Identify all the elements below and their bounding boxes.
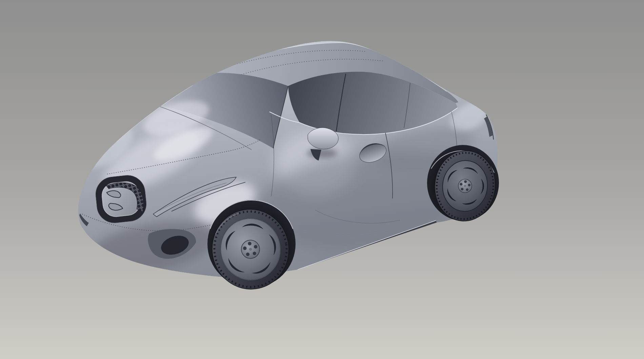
antenna-bump (146, 76, 158, 85)
viewport-background (0, 0, 644, 359)
viewport-3d[interactable] (0, 0, 644, 359)
side-mirror (307, 128, 338, 161)
front-grille (94, 174, 148, 225)
car-model[interactable] (77, 41, 499, 294)
